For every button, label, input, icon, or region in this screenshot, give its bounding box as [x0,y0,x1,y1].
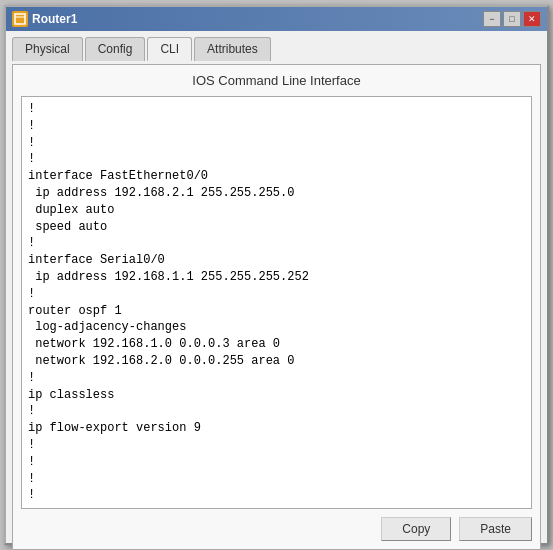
button-row: Copy Paste [21,517,532,541]
router-window: Router1 − □ ✕ Physical Config CLI Attrib… [4,5,549,545]
window-icon [12,11,28,27]
tab-panel-cli: IOS Command Line Interface ! ! ! ! inter… [12,64,541,550]
title-bar: Router1 − □ ✕ [6,7,547,31]
minimize-button[interactable]: − [483,11,501,27]
close-button[interactable]: ✕ [523,11,541,27]
tab-config[interactable]: Config [85,37,146,61]
svg-rect-0 [15,14,25,24]
cli-output[interactable]: ! ! ! ! interface FastEthernet0/0 ip add… [22,97,531,508]
panel-title: IOS Command Line Interface [21,73,532,88]
copy-button[interactable]: Copy [381,517,451,541]
window-content: Physical Config CLI Attributes IOS Comma… [6,31,547,543]
tab-attributes[interactable]: Attributes [194,37,271,61]
tab-cli[interactable]: CLI [147,37,192,61]
maximize-button[interactable]: □ [503,11,521,27]
window-controls: − □ ✕ [483,11,541,27]
paste-button[interactable]: Paste [459,517,532,541]
window-title: Router1 [32,12,483,26]
tab-physical[interactable]: Physical [12,37,83,61]
cli-area: ! ! ! ! interface FastEthernet0/0 ip add… [21,96,532,509]
tab-bar: Physical Config CLI Attributes [12,37,541,61]
